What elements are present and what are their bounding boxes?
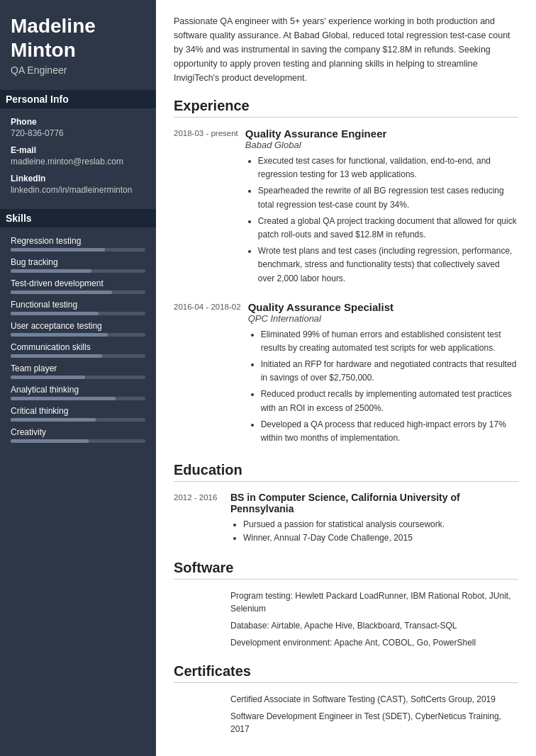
skill-name: Bug tracking [11, 257, 145, 267]
exp-job-title: Quality Assurance Specialist [248, 301, 518, 313]
software-section: Software Program testing: Hewlett Packar… [174, 560, 518, 649]
skill-name: Test-driven development [11, 278, 145, 288]
exp-bullet: Created a global QA project tracking doc… [258, 215, 518, 242]
cert-item: Certified Associate in Software Testing … [230, 693, 518, 706]
skill-item: Functional testing [11, 300, 145, 315]
exp-bullets: Executed test cases for functional, vali… [245, 154, 518, 286]
skill-bar-background [11, 333, 145, 337]
phone-label: Phone [11, 117, 145, 127]
exp-bullet: Wrote test plans and test cases (includi… [258, 244, 518, 286]
exp-bullet: Developed a QA process that reduced high… [261, 418, 518, 445]
skill-bar-background [11, 418, 145, 422]
exp-company: QPC International [248, 313, 518, 324]
exp-bullet: Reduced product recalls by implementing … [261, 388, 518, 414]
edu-degree: BS in Computer Science, California Unive… [230, 492, 518, 514]
skill-name: User acceptance testing [11, 321, 145, 331]
education-block: 2012 - 2016BS in Computer Science, Calif… [174, 492, 518, 545]
exp-bullets: Eliminated 99% of human errors and estab… [248, 328, 518, 446]
skill-item: Regression testing [11, 236, 145, 252]
skill-bar-fill [11, 376, 85, 379]
certificates-section: Certificates Certified Associate in Soft… [174, 663, 518, 735]
sidebar: Madeline Minton QA Engineer Personal Inf… [0, 0, 156, 756]
email-label: E-mail [11, 145, 145, 155]
skills-header: Skills [0, 209, 156, 227]
cert-item: Software Development Engineer in Test (S… [230, 710, 518, 735]
exp-company: Babad Global [245, 140, 518, 150]
skill-bar-background [11, 354, 145, 358]
skill-bar-background [11, 269, 145, 273]
skill-bar-fill [11, 397, 116, 400]
skill-item: Team player [11, 363, 145, 379]
skill-bar-background [11, 376, 145, 379]
candidate-name: Madeline Minton [11, 14, 145, 62]
skill-name: Functional testing [11, 300, 145, 310]
skill-name: Communication skills [11, 342, 145, 352]
edu-bullets: Pursued a passion for statistical analys… [230, 518, 518, 545]
skill-name: Team player [11, 363, 145, 373]
software-item: Database: Airtable, Apache Hive, Blackbo… [230, 619, 518, 632]
skill-bar-fill [11, 333, 108, 337]
exp-bullet: Spearheaded the rewrite of all BG regres… [258, 184, 518, 211]
exp-date: 2018-03 - present [174, 128, 245, 288]
edu-bullet: Winner, Annual 7-Day Code Challenge, 201… [243, 531, 518, 545]
exp-date: 2016-04 - 2018-02 [174, 301, 248, 448]
skill-bar-fill [11, 312, 99, 315]
skill-bar-background [11, 397, 145, 400]
skill-bar-fill [11, 269, 91, 273]
exp-content: Quality Assurance SpecialistQPC Internat… [248, 301, 518, 448]
experience-list: 2018-03 - presentQuality Assurance Engin… [174, 128, 518, 448]
skill-bar-fill [11, 418, 96, 422]
skill-item: Critical thinking [11, 406, 145, 422]
skill-item: Bug tracking [11, 257, 145, 273]
skill-item: User acceptance testing [11, 321, 145, 337]
skill-name: Regression testing [11, 236, 145, 246]
software-header: Software [174, 560, 518, 580]
software-item: Program testing: Hewlett Packard LoadRun… [230, 589, 518, 615]
skill-bar-fill [11, 290, 112, 294]
experience-block: 2018-03 - presentQuality Assurance Engin… [174, 128, 518, 288]
skill-item: Communication skills [11, 342, 145, 358]
education-section: Education 2012 - 2016BS in Computer Scie… [174, 462, 518, 545]
skill-name: Creativity [11, 427, 145, 437]
skill-bar-background [11, 248, 145, 252]
candidate-title: QA Engineer [11, 64, 145, 76]
experience-block: 2016-04 - 2018-02Quality Assurance Speci… [174, 301, 518, 448]
skills-section: Skills Regression testingBug trackingTes… [11, 209, 145, 443]
software-list: Program testing: Hewlett Packard LoadRun… [230, 589, 518, 649]
cert-content: Certified Associate in Software Testing … [174, 693, 518, 735]
skills-list: Regression testingBug trackingTest-drive… [11, 236, 145, 443]
edu-bullet: Pursued a passion for statistical analys… [243, 518, 518, 531]
skill-bar-fill [11, 439, 89, 443]
software-content: Program testing: Hewlett Packard LoadRun… [174, 589, 518, 649]
phone-value: 720-836-0776 [11, 128, 145, 138]
linkedin-value: linkedin.com/in/madleinerminton [11, 185, 145, 195]
linkedin-label: LinkedIn [11, 174, 145, 184]
experience-header: Experience [174, 98, 518, 118]
education-list: 2012 - 2016BS in Computer Science, Calif… [174, 492, 518, 545]
experience-section: Experience 2018-03 - presentQuality Assu… [174, 98, 518, 448]
skill-name: Analytical thinking [11, 385, 145, 395]
exp-bullet: Executed test cases for functional, vali… [258, 154, 518, 181]
skill-item: Creativity [11, 427, 145, 443]
skill-bar-background [11, 312, 145, 315]
email-value: madleine.minton@reslab.com [11, 157, 145, 167]
skill-bar-fill [11, 354, 102, 358]
skill-bar-background [11, 439, 145, 443]
software-item: Development environment: Apache Ant, COB… [230, 636, 518, 649]
education-header: Education [174, 462, 518, 482]
summary-text: Passionate QA engineer with 5+ years' ex… [174, 14, 518, 85]
skill-item: Test-driven development [11, 278, 145, 294]
exp-bullet: Initiated an RFP for hardware and negoti… [261, 358, 518, 385]
certificates-header: Certificates [174, 663, 518, 683]
exp-bullet: Eliminated 99% of human errors and estab… [261, 328, 518, 355]
skill-bar-background [11, 290, 145, 294]
skill-bar-fill [11, 248, 105, 252]
edu-date: 2012 - 2016 [174, 492, 230, 545]
exp-job-title: Quality Assurance Engineer [245, 128, 518, 140]
edu-content: BS in Computer Science, California Unive… [230, 492, 518, 545]
main-content: Passionate QA engineer with 5+ years' ex… [156, 0, 536, 756]
exp-content: Quality Assurance EngineerBabad GlobalEx… [245, 128, 518, 288]
personal-info-header: Personal Info [0, 90, 156, 108]
skill-item: Analytical thinking [11, 385, 145, 400]
skill-name: Critical thinking [11, 406, 145, 416]
